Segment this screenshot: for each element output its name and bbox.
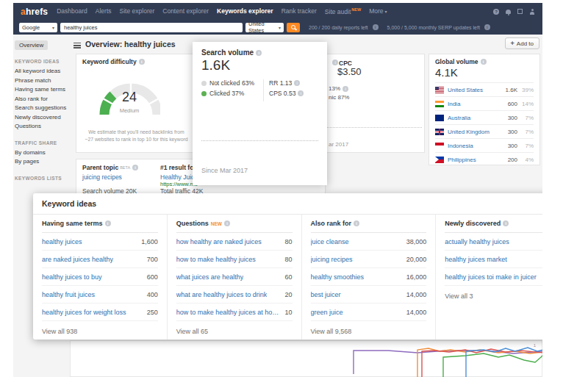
country-volume: 200: [498, 157, 517, 163]
view-all-link[interactable]: View all 9,568: [311, 328, 427, 335]
nav-item-dashboard[interactable]: Dashboard: [57, 7, 87, 15]
country-percent: 4%: [517, 157, 534, 163]
keyword-link[interactable]: what are healthy juices to drink: [176, 291, 268, 298]
new-badge: NEW: [351, 7, 361, 12]
clicks-per-search: CPS 0.53: [269, 90, 304, 97]
nav-item-label: Rank tracker: [282, 7, 317, 15]
sidebar-item-by-pages[interactable]: By pages: [15, 157, 70, 167]
keyword-volume: 38,000: [406, 238, 427, 245]
sidebar-item-search-suggestions[interactable]: Search suggestions: [15, 104, 70, 113]
info-icon[interactable]: [354, 220, 359, 226]
keyword-link[interactable]: healthy juices: [42, 238, 82, 245]
keyword-link[interactable]: juice cleanse: [311, 238, 349, 245]
logo-accent: a: [21, 7, 26, 17]
keyword-ideas-panel: Keyword ideas Having same termshealthy j…: [33, 193, 542, 340]
sidebar-item-phrase-match[interactable]: Phrase match: [15, 76, 70, 86]
parent-topic-title: Parent topicBETA: [82, 164, 138, 171]
page-content: Overview KEYWORD IDEASAll keyword ideasP…: [13, 35, 542, 377]
info-icon[interactable]: [373, 24, 379, 30]
country-link[interactable]: United Kingdom: [448, 129, 498, 135]
apps-icon[interactable]: [517, 9, 523, 14]
country-link[interactable]: Indonesia: [448, 143, 498, 149]
keyword-link[interactable]: healthy juices market: [445, 256, 507, 263]
info-icon[interactable]: [332, 60, 338, 65]
keyword-link[interactable]: healthy juices toi make in juicer: [445, 273, 537, 281]
nav-item-keywords-explorer[interactable]: Keywords explorer: [217, 7, 273, 15]
user-icon[interactable]: [529, 9, 535, 15]
notifications-icon[interactable]: [506, 10, 511, 14]
keyword-link[interactable]: healthy smoothies: [311, 273, 365, 281]
country-select[interactable]: United States▾: [245, 23, 284, 32]
keyword-link[interactable]: healthy juices for weight loss: [42, 309, 126, 316]
parent-topic-link[interactable]: juicing recipes: [82, 173, 122, 181]
flag-id-icon: [435, 143, 444, 149]
info-icon[interactable]: [256, 50, 262, 56]
view-all-link[interactable]: View all 65: [176, 328, 293, 335]
nav-item-alerts[interactable]: Alerts: [96, 7, 112, 15]
keyword-link[interactable]: juicing recipes: [311, 256, 353, 263]
keyword-link[interactable]: actually healthy juices: [445, 238, 509, 245]
info-icon[interactable]: [481, 59, 487, 65]
sidebar-item-also-rank-for[interactable]: Also rank for: [15, 95, 70, 104]
info-icon[interactable]: [343, 86, 348, 92]
keyword-row: healthy juices for weight loss250: [42, 304, 158, 321]
add-to-button[interactable]: +Add to: [505, 37, 539, 49]
country-link[interactable]: India: [448, 101, 498, 107]
info-icon[interactable]: [484, 24, 490, 30]
help-icon[interactable]: [493, 9, 499, 15]
difficulty-value: 24: [98, 90, 160, 105]
keyword-link[interactable]: healthy juices to buy: [42, 273, 102, 281]
nav-item-rank-tracker[interactable]: Rank tracker: [282, 7, 317, 15]
nav-item-label: Site explorer: [120, 7, 155, 15]
sidebar-item-newly-discovered[interactable]: Newly discovered: [15, 113, 70, 123]
sidebar-item-all-keyword-ideas[interactable]: All keyword ideas: [15, 67, 70, 76]
keyword-link[interactable]: best juicer: [311, 291, 341, 298]
keyword-volume: 80: [284, 238, 292, 245]
info-icon[interactable]: [503, 220, 509, 226]
return-rate: RR 1.13: [269, 79, 300, 87]
nav-item-more[interactable]: More▾: [369, 7, 387, 15]
country-percent: 7%: [517, 129, 534, 135]
view-all-link[interactable]: View all 3: [445, 292, 542, 300]
keyword-link[interactable]: how to make healthy juices at home: [176, 309, 281, 316]
difficulty-level: Medium: [98, 107, 160, 114]
global-volume-title: Global volume: [435, 58, 487, 65]
keyword-link[interactable]: green juice: [311, 309, 343, 316]
country-link[interactable]: Australia: [448, 115, 498, 121]
keyword-link[interactable]: how healthy are naked juices: [176, 238, 262, 245]
info-icon[interactable]: [298, 90, 304, 96]
search-button[interactable]: [287, 23, 300, 32]
flag-ph-icon: [435, 157, 444, 163]
search-engine-select[interactable]: Google▾: [19, 23, 57, 32]
info-icon[interactable]: [224, 220, 230, 226]
position-history-chart: [318, 341, 542, 377]
country-row: Australia3007%: [435, 110, 534, 124]
search-volume-title: Search volume: [201, 49, 262, 57]
info-icon[interactable]: [105, 220, 111, 226]
keyword-link[interactable]: are naked juices healthy: [42, 256, 113, 263]
view-all-link[interactable]: View all 938: [42, 328, 158, 335]
keyword-link[interactable]: healthy fruit juices: [42, 291, 95, 298]
country-link[interactable]: United States: [448, 87, 498, 93]
info-icon[interactable]: [132, 165, 138, 170]
sidebar-item-questions[interactable]: Questions: [15, 122, 70, 132]
keyword-input[interactable]: [60, 23, 243, 32]
column-header: QuestionsNEW: [176, 215, 293, 233]
country-link[interactable]: Philippines: [448, 157, 498, 163]
keyword-volume: 20: [284, 291, 292, 298]
keyword-link[interactable]: what juices are healthy: [176, 273, 244, 281]
nav-item-content-explorer[interactable]: Content explorer: [162, 7, 209, 15]
nav-item-site-audit[interactable]: Site auditNEW: [325, 7, 361, 15]
sidebar-item-overview[interactable]: Overview: [15, 40, 48, 50]
keyword-column-having-same-terms: Having same termshealthy juices1,600are …: [33, 215, 167, 340]
keyword-link[interactable]: how to make healthy juices: [176, 256, 256, 263]
sidebar-item-having-same-terms[interactable]: Having same terms: [15, 85, 70, 95]
info-icon[interactable]: [139, 59, 145, 65]
menu-icon[interactable]: [74, 43, 81, 49]
global-volume-value: 4.1K: [435, 66, 458, 79]
flag-au-icon: [435, 115, 444, 121]
nav-item-site-explorer[interactable]: Site explorer: [120, 7, 155, 15]
sidebar-item-by-domains[interactable]: By domains: [15, 148, 70, 158]
info-icon[interactable]: [294, 80, 300, 86]
ahrefs-logo[interactable]: ahrefs: [21, 7, 48, 17]
